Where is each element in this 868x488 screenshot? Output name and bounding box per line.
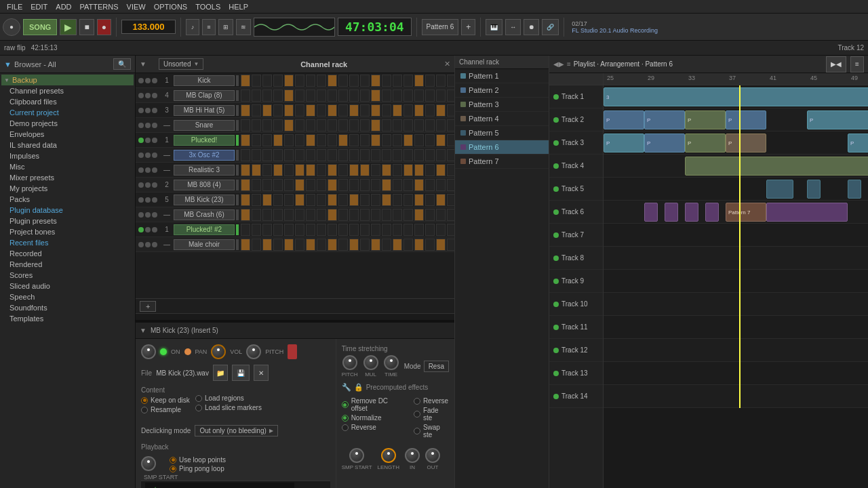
cell-7-18[interactable]	[436, 179, 446, 191]
cell-10-18[interactable]	[436, 224, 446, 236]
playlist-add-btn[interactable]: ▶◀	[826, 56, 846, 73]
cell-0-17[interactable]	[425, 75, 435, 87]
cell-1-1[interactable]	[252, 89, 261, 102]
cell-10-9[interactable]	[338, 224, 348, 236]
ch-dot-10-1[interactable]	[138, 227, 144, 232]
track-name-row-10[interactable]: Track 11	[549, 316, 603, 339]
cell-2-13[interactable]	[382, 104, 391, 117]
cell-4-10[interactable]	[349, 134, 359, 146]
cell-8-12[interactable]	[371, 194, 380, 206]
pattern-item-1[interactable]: Pattern 2	[455, 83, 549, 98]
ch-dot-0-1[interactable]	[138, 78, 144, 83]
cell-3-13[interactable]	[382, 119, 391, 131]
ch-dot-6-3[interactable]	[152, 167, 157, 173]
sidebar-item-channel-presets[interactable]: Channel presets	[1, 85, 134, 96]
ch-dot-8-3[interactable]	[152, 197, 157, 203]
ch-dot-7-3[interactable]	[152, 182, 157, 188]
cell-9-17[interactable]	[425, 209, 435, 221]
cell-7-16[interactable]	[414, 179, 424, 191]
cell-0-4[interactable]	[284, 75, 294, 87]
cell-2-15[interactable]	[403, 104, 413, 117]
cell-8-14[interactable]	[393, 194, 402, 206]
arr-block-4-1[interactable]	[807, 180, 821, 199]
cell-9-14[interactable]	[393, 209, 402, 221]
cell-2-17[interactable]	[425, 104, 435, 117]
cell-9-9[interactable]	[338, 209, 348, 221]
sidebar-item-demo-projects[interactable]: Demo projects	[1, 118, 134, 129]
snap-btn[interactable]: Pattern 6	[422, 19, 459, 35]
cell-3-5[interactable]	[295, 119, 304, 131]
cell-10-16[interactable]	[414, 224, 424, 236]
cell-6-18[interactable]	[436, 164, 446, 176]
sidebar-item-templates[interactable]: Templates	[1, 313, 134, 324]
mixer-btn[interactable]: ≡	[202, 19, 216, 35]
cell-3-6[interactable]	[306, 119, 315, 131]
arr-block-5-0[interactable]	[644, 203, 658, 222]
cell-7-1[interactable]	[252, 179, 261, 191]
cell-1-6[interactable]	[306, 89, 315, 102]
pattern-item-3[interactable]: Pattern 4	[455, 112, 549, 126]
cell-11-14[interactable]	[393, 239, 402, 251]
cell-1-9[interactable]	[338, 89, 348, 102]
arr-block-2-4[interactable]: P	[848, 134, 868, 152]
cell-4-18[interactable]	[436, 134, 446, 146]
sidebar-item-recent-files[interactable]: Recent files	[1, 237, 134, 248]
cell-1-10[interactable]	[349, 89, 359, 102]
arr-block-5-5[interactable]	[766, 203, 848, 222]
ch-dot-9-3[interactable]	[152, 212, 157, 218]
cell-10-3[interactable]	[273, 224, 283, 236]
channel-rack-scrollbar[interactable]	[136, 313, 454, 320]
menu-item-tools[interactable]: TOOLS	[191, 3, 224, 11]
cell-5-7[interactable]	[317, 149, 326, 161]
cell-9-6[interactable]	[306, 209, 315, 221]
track-name-row-9[interactable]: Track 10	[549, 293, 603, 316]
track-name-row-13[interactable]: Track 14	[549, 385, 603, 408]
cell-5-18[interactable]	[436, 149, 446, 161]
cell-7-15[interactable]	[403, 179, 413, 191]
ch-dot-4-1[interactable]	[138, 138, 144, 143]
track-name-row-11[interactable]: Track 12	[549, 339, 603, 362]
cell-8-1[interactable]	[252, 194, 261, 206]
metronome-btn[interactable]: ●	[3, 18, 20, 36]
cell-5-13[interactable]	[382, 149, 391, 161]
cell-10-7[interactable]	[317, 224, 326, 236]
add-channel-btn[interactable]: +	[140, 301, 156, 312]
sidebar-item-my-projects[interactable]: My projects	[1, 183, 134, 194]
sidebar-item-plugin-db[interactable]: Plugin database	[1, 205, 134, 216]
ch-name-7[interactable]: MB 808 (4)	[174, 180, 235, 190]
arr-block-3-0[interactable]	[685, 157, 868, 176]
cell-2-0[interactable]	[241, 104, 250, 117]
cell-4-11[interactable]	[360, 134, 370, 146]
cell-8-4[interactable]	[284, 194, 294, 206]
cell-7-10[interactable]	[349, 179, 359, 191]
cell-11-18[interactable]	[436, 239, 446, 251]
cell-2-11[interactable]	[360, 104, 370, 117]
cell-10-8[interactable]	[328, 224, 337, 236]
track-name-row-5[interactable]: Track 6	[549, 201, 603, 224]
cell-7-14[interactable]	[393, 179, 402, 191]
arr-block-1-3[interactable]: P	[726, 110, 766, 129]
rec-btn2[interactable]: ⏺	[524, 19, 539, 35]
cell-10-6[interactable]	[306, 224, 315, 236]
sidebar-item-impulses[interactable]: Impulses	[1, 150, 134, 161]
cell-0-14[interactable]	[393, 75, 402, 87]
cell-6-12[interactable]	[371, 164, 380, 176]
cell-3-17[interactable]	[425, 119, 435, 131]
cell-11-6[interactable]	[306, 239, 315, 251]
ch-name-9[interactable]: MB Crash (6)	[174, 209, 235, 220]
menu-item-file[interactable]: FILE	[3, 3, 26, 11]
arr-block-1-2[interactable]: P	[685, 110, 726, 129]
cell-10-5[interactable]	[295, 224, 304, 236]
cell-10-13[interactable]	[382, 224, 391, 236]
file-close-btn[interactable]: ✕	[254, 365, 269, 381]
cell-9-3[interactable]	[273, 209, 283, 221]
cell-8-15[interactable]	[403, 194, 413, 206]
arr-block-5-1[interactable]	[665, 203, 678, 222]
ch-dot-11-1[interactable]	[138, 242, 144, 247]
cell-5-14[interactable]	[393, 149, 402, 161]
sampler-btn[interactable]: ≋	[236, 19, 251, 35]
cell-9-19[interactable]	[447, 209, 454, 221]
cell-4-5[interactable]	[295, 134, 304, 146]
ch-dot-9-2[interactable]	[145, 212, 151, 218]
cell-6-16[interactable]	[414, 164, 424, 176]
